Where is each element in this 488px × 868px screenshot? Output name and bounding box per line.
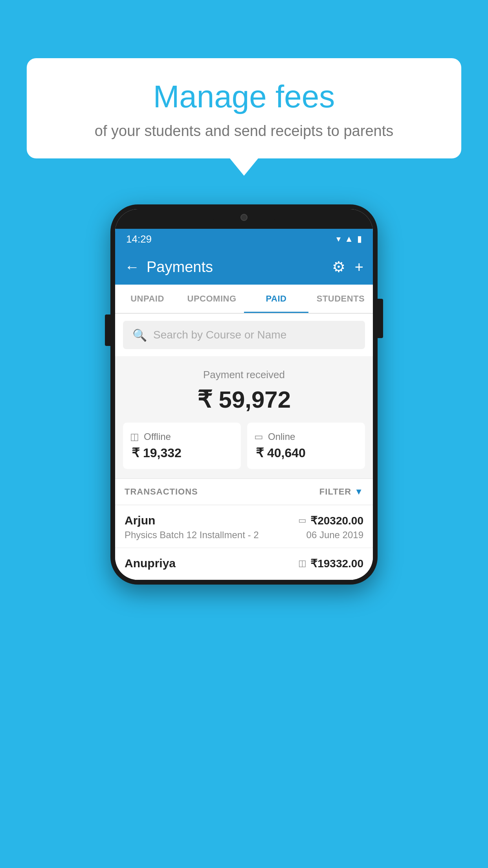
tab-unpaid[interactable]: UNPAID: [115, 285, 180, 313]
transaction-row[interactable]: Anupriya ◫ ₹19332.00: [115, 548, 373, 580]
search-icon: 🔍: [132, 328, 147, 342]
transactions-label: TRANSACTIONS: [125, 487, 198, 497]
transaction-amount-wrap: ◫ ₹19332.00: [298, 557, 363, 570]
filter-icon: ▼: [354, 487, 363, 497]
transaction-amount-wrap: ▭ ₹20320.00: [298, 514, 363, 527]
phone-notch: [115, 209, 373, 229]
settings-button[interactable]: ⚙: [332, 258, 345, 276]
app-bar-right: ⚙ +: [332, 258, 363, 276]
speech-bubble: Manage fees of your students and send re…: [27, 58, 461, 158]
payment-total-amount: ₹ 59,972: [123, 386, 365, 413]
transaction-top: Anupriya ◫ ₹19332.00: [125, 557, 363, 570]
notch-cutout: [213, 209, 275, 226]
tabs: UNPAID UPCOMING PAID STUDENTS: [115, 285, 373, 314]
transaction-amount: ₹20320.00: [310, 514, 363, 527]
back-button[interactable]: ←: [125, 259, 139, 274]
camera: [240, 214, 248, 221]
wifi-icon: ▾: [336, 234, 341, 244]
signal-icon: ▲: [345, 234, 353, 244]
app-bar-left: ← Payments: [125, 259, 213, 276]
search-bar[interactable]: 🔍 Search by Course or Name: [123, 321, 365, 349]
phone-outer: 14:29 ▾ ▲ ▮ ← Payments ⚙ +: [110, 204, 378, 585]
transaction-row[interactable]: Arjun ▭ ₹20320.00 Physics Batch 12 Insta…: [115, 505, 373, 548]
transaction-name: Anupriya: [125, 557, 176, 570]
bubble-subtitle: of your students and send receipts to pa…: [50, 123, 438, 140]
filter-button[interactable]: FILTER ▼: [319, 487, 363, 497]
online-payment-icon: ▭: [298, 515, 306, 526]
tab-upcoming[interactable]: UPCOMING: [180, 285, 244, 313]
tab-paid[interactable]: PAID: [244, 285, 308, 313]
search-container: 🔍 Search by Course or Name: [115, 314, 373, 356]
transaction-amount: ₹19332.00: [310, 557, 363, 570]
payment-summary: Payment received ₹ 59,972 ◫ Offline ₹ 19…: [115, 356, 373, 478]
online-icon: ▭: [254, 431, 263, 442]
transactions-header: TRANSACTIONS FILTER ▼: [115, 478, 373, 505]
offline-icon: ◫: [130, 431, 139, 442]
transaction-desc: Physics Batch 12 Installment - 2: [125, 530, 259, 541]
offline-payment-card: ◫ Offline ₹ 19,332: [123, 423, 241, 469]
online-payment-card: ▭ Online ₹ 40,640: [247, 423, 365, 469]
status-bar: 14:29 ▾ ▲ ▮: [115, 229, 373, 249]
offline-payment-icon: ◫: [298, 558, 306, 568]
battery-icon: ▮: [357, 234, 362, 244]
transaction-name: Arjun: [125, 514, 155, 527]
transaction-top: Arjun ▭ ₹20320.00: [125, 514, 363, 527]
phone-mockup: 14:29 ▾ ▲ ▮ ← Payments ⚙ +: [110, 204, 378, 585]
payment-received-label: Payment received: [123, 369, 365, 381]
add-button[interactable]: +: [355, 259, 363, 276]
speech-bubble-container: Manage fees of your students and send re…: [27, 58, 461, 158]
status-time: 14:29: [126, 233, 152, 245]
transaction-bottom: Physics Batch 12 Installment - 2 06 June…: [125, 530, 363, 541]
tab-students[interactable]: STUDENTS: [308, 285, 373, 313]
online-card-header: ▭ Online: [254, 431, 358, 442]
offline-label: Offline: [144, 431, 171, 442]
phone-inner: 14:29 ▾ ▲ ▮ ← Payments ⚙ +: [115, 209, 373, 580]
transaction-date: 06 June 2019: [306, 530, 363, 541]
online-label: Online: [268, 431, 295, 442]
search-input[interactable]: Search by Course or Name: [153, 329, 286, 341]
payment-cards: ◫ Offline ₹ 19,332 ▭ Online ₹ 40,640: [123, 423, 365, 469]
bubble-title: Manage fees: [50, 79, 438, 115]
app-bar-title: Payments: [147, 259, 213, 276]
offline-card-header: ◫ Offline: [130, 431, 234, 442]
status-icons: ▾ ▲ ▮: [336, 234, 362, 244]
app-bar: ← Payments ⚙ +: [115, 249, 373, 285]
online-amount: ₹ 40,640: [254, 445, 358, 460]
offline-amount: ₹ 19,332: [130, 445, 234, 460]
filter-label: FILTER: [319, 487, 351, 497]
